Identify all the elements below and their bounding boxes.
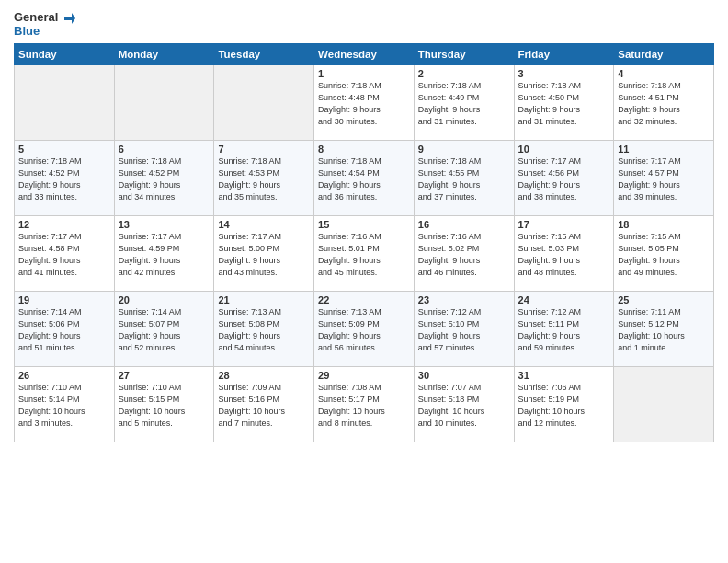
day-info: Sunrise: 7:10 AM Sunset: 5:15 PM Dayligh…	[119, 382, 210, 430]
day-header-wednesday: Wednesday	[314, 44, 415, 65]
day-cell: 22Sunrise: 7:13 AM Sunset: 5:09 PM Dayli…	[314, 292, 415, 367]
day-number: 28	[218, 370, 310, 381]
logo-general: General	[14, 10, 58, 24]
day-cell: 2Sunrise: 7:18 AM Sunset: 4:49 PM Daylig…	[414, 65, 514, 141]
day-info: Sunrise: 7:18 AM Sunset: 4:51 PM Dayligh…	[618, 80, 710, 128]
day-info: Sunrise: 7:09 AM Sunset: 5:16 PM Dayligh…	[218, 382, 310, 430]
day-cell: 10Sunrise: 7:17 AM Sunset: 4:56 PM Dayli…	[514, 141, 614, 216]
day-cell: 24Sunrise: 7:12 AM Sunset: 5:11 PM Dayli…	[514, 292, 614, 367]
day-number: 24	[518, 294, 610, 305]
day-number: 30	[418, 370, 510, 381]
day-info: Sunrise: 7:15 AM Sunset: 5:03 PM Dayligh…	[518, 231, 610, 279]
day-cell: 31Sunrise: 7:06 AM Sunset: 5:19 PM Dayli…	[514, 367, 614, 442]
day-info: Sunrise: 7:07 AM Sunset: 5:18 PM Dayligh…	[418, 382, 510, 430]
day-cell: 4Sunrise: 7:18 AM Sunset: 4:51 PM Daylig…	[614, 65, 714, 141]
day-number: 21	[218, 294, 310, 305]
day-cell: 3Sunrise: 7:18 AM Sunset: 4:50 PM Daylig…	[514, 65, 614, 141]
day-info: Sunrise: 7:17 AM Sunset: 5:00 PM Dayligh…	[218, 231, 310, 279]
day-cell: 25Sunrise: 7:11 AM Sunset: 5:12 PM Dayli…	[614, 292, 714, 367]
day-number: 16	[418, 219, 510, 230]
week-row-4: 19Sunrise: 7:14 AM Sunset: 5:06 PM Dayli…	[15, 292, 714, 367]
day-info: Sunrise: 7:08 AM Sunset: 5:17 PM Dayligh…	[318, 382, 410, 430]
day-info: Sunrise: 7:18 AM Sunset: 4:54 PM Dayligh…	[318, 155, 410, 203]
day-number: 20	[119, 294, 210, 305]
day-info: Sunrise: 7:10 AM Sunset: 5:14 PM Dayligh…	[18, 382, 110, 430]
day-number: 27	[119, 370, 210, 381]
day-number: 19	[18, 294, 110, 305]
day-number: 26	[18, 370, 110, 381]
day-info: Sunrise: 7:18 AM Sunset: 4:49 PM Dayligh…	[418, 80, 510, 128]
day-cell: 21Sunrise: 7:13 AM Sunset: 5:08 PM Dayli…	[214, 292, 314, 367]
day-number: 25	[618, 294, 710, 305]
day-cell: 6Sunrise: 7:18 AM Sunset: 4:52 PM Daylig…	[114, 141, 214, 216]
day-header-friday: Friday	[514, 44, 614, 65]
day-number: 10	[518, 144, 610, 155]
logo-arrow-icon	[61, 9, 75, 24]
day-cell: 9Sunrise: 7:18 AM Sunset: 4:55 PM Daylig…	[414, 141, 514, 216]
day-info: Sunrise: 7:17 AM Sunset: 4:57 PM Dayligh…	[618, 155, 710, 203]
day-info: Sunrise: 7:06 AM Sunset: 5:19 PM Dayligh…	[518, 382, 610, 430]
day-info: Sunrise: 7:12 AM Sunset: 5:10 PM Dayligh…	[418, 306, 510, 354]
day-cell: 23Sunrise: 7:12 AM Sunset: 5:10 PM Dayli…	[414, 292, 514, 367]
day-info: Sunrise: 7:18 AM Sunset: 4:50 PM Dayligh…	[518, 80, 610, 128]
week-row-3: 12Sunrise: 7:17 AM Sunset: 4:58 PM Dayli…	[15, 216, 714, 292]
day-cell: 28Sunrise: 7:09 AM Sunset: 5:16 PM Dayli…	[214, 367, 314, 442]
day-cell: 12Sunrise: 7:17 AM Sunset: 4:58 PM Dayli…	[15, 216, 115, 292]
day-header-tuesday: Tuesday	[214, 44, 314, 65]
calendar-container: General Blue SundayMondayTuesdayWednesda…	[0, 0, 728, 447]
day-cell	[15, 65, 115, 141]
day-cell: 27Sunrise: 7:10 AM Sunset: 5:15 PM Dayli…	[114, 367, 214, 442]
day-cell: 13Sunrise: 7:17 AM Sunset: 4:59 PM Dayli…	[114, 216, 214, 292]
day-number: 11	[618, 144, 710, 155]
day-info: Sunrise: 7:15 AM Sunset: 5:05 PM Dayligh…	[618, 231, 710, 279]
day-info: Sunrise: 7:14 AM Sunset: 5:07 PM Dayligh…	[119, 306, 210, 354]
day-info: Sunrise: 7:11 AM Sunset: 5:12 PM Dayligh…	[618, 306, 710, 354]
day-info: Sunrise: 7:16 AM Sunset: 5:02 PM Dayligh…	[418, 231, 510, 279]
day-number: 12	[18, 219, 110, 230]
day-cell: 29Sunrise: 7:08 AM Sunset: 5:17 PM Dayli…	[314, 367, 415, 442]
day-info: Sunrise: 7:13 AM Sunset: 5:08 PM Dayligh…	[218, 306, 310, 354]
day-info: Sunrise: 7:18 AM Sunset: 4:52 PM Dayligh…	[18, 155, 110, 203]
day-number: 23	[418, 294, 510, 305]
day-info: Sunrise: 7:18 AM Sunset: 4:53 PM Dayligh…	[218, 155, 310, 203]
day-cell: 18Sunrise: 7:15 AM Sunset: 5:05 PM Dayli…	[614, 216, 714, 292]
day-number: 2	[418, 68, 510, 79]
header-row-days: SundayMondayTuesdayWednesdayThursdayFrid…	[15, 44, 714, 65]
day-header-monday: Monday	[114, 44, 214, 65]
day-number: 5	[18, 144, 110, 155]
day-number: 3	[518, 68, 610, 79]
day-number: 18	[618, 219, 710, 230]
day-cell	[214, 65, 314, 141]
day-info: Sunrise: 7:14 AM Sunset: 5:06 PM Dayligh…	[18, 306, 110, 354]
day-number: 31	[518, 370, 610, 381]
day-cell: 11Sunrise: 7:17 AM Sunset: 4:57 PM Dayli…	[614, 141, 714, 216]
day-number: 4	[618, 68, 710, 79]
svg-marker-0	[64, 13, 75, 24]
day-cell: 26Sunrise: 7:10 AM Sunset: 5:14 PM Dayli…	[15, 367, 115, 442]
day-cell: 1Sunrise: 7:18 AM Sunset: 4:48 PM Daylig…	[314, 65, 415, 141]
day-info: Sunrise: 7:17 AM Sunset: 4:58 PM Dayligh…	[18, 231, 110, 279]
day-info: Sunrise: 7:17 AM Sunset: 4:59 PM Dayligh…	[119, 231, 210, 279]
day-cell: 7Sunrise: 7:18 AM Sunset: 4:53 PM Daylig…	[214, 141, 314, 216]
day-number: 1	[318, 68, 410, 79]
header-row: General Blue	[14, 9, 714, 38]
day-number: 17	[518, 219, 610, 230]
day-cell: 16Sunrise: 7:16 AM Sunset: 5:02 PM Dayli…	[414, 216, 514, 292]
day-number: 13	[119, 219, 210, 230]
day-number: 9	[418, 144, 510, 155]
day-number: 29	[318, 370, 410, 381]
day-number: 14	[218, 219, 310, 230]
day-cell: 30Sunrise: 7:07 AM Sunset: 5:18 PM Dayli…	[414, 367, 514, 442]
day-cell: 17Sunrise: 7:15 AM Sunset: 5:03 PM Dayli…	[514, 216, 614, 292]
day-number: 6	[119, 144, 210, 155]
week-row-2: 5Sunrise: 7:18 AM Sunset: 4:52 PM Daylig…	[15, 141, 714, 216]
day-info: Sunrise: 7:12 AM Sunset: 5:11 PM Dayligh…	[518, 306, 610, 354]
day-number: 7	[218, 144, 310, 155]
day-header-thursday: Thursday	[414, 44, 514, 65]
day-info: Sunrise: 7:18 AM Sunset: 4:55 PM Dayligh…	[418, 155, 510, 203]
day-cell: 20Sunrise: 7:14 AM Sunset: 5:07 PM Dayli…	[114, 292, 214, 367]
week-row-5: 26Sunrise: 7:10 AM Sunset: 5:14 PM Dayli…	[15, 367, 714, 442]
day-cell: 14Sunrise: 7:17 AM Sunset: 5:00 PM Dayli…	[214, 216, 314, 292]
day-info: Sunrise: 7:18 AM Sunset: 4:52 PM Dayligh…	[119, 155, 210, 203]
day-cell: 8Sunrise: 7:18 AM Sunset: 4:54 PM Daylig…	[314, 141, 415, 216]
